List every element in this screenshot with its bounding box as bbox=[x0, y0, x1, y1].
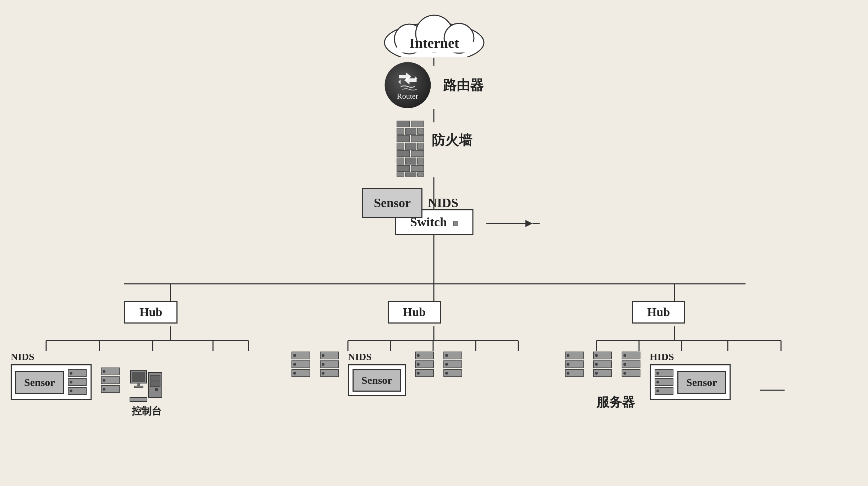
hub-box-center: Hub bbox=[388, 301, 441, 324]
router-cn-label: 路由器 bbox=[443, 76, 484, 94]
sensor-box-switch: Sensor bbox=[362, 188, 422, 218]
nids-center-box: Sensor bbox=[348, 364, 406, 396]
svg-rect-40 bbox=[397, 128, 404, 134]
workstation-icon bbox=[129, 365, 164, 404]
svg-point-86 bbox=[322, 354, 324, 357]
svg-point-102 bbox=[445, 372, 448, 375]
svg-point-84 bbox=[293, 372, 296, 375]
server-right3 bbox=[621, 351, 641, 378]
svg-rect-39 bbox=[411, 121, 424, 127]
svg-rect-43 bbox=[397, 136, 410, 142]
svg-rect-57 bbox=[417, 173, 424, 176]
svg-rect-41 bbox=[405, 128, 416, 134]
svg-point-67 bbox=[103, 379, 105, 382]
svg-point-63 bbox=[70, 390, 72, 392]
router-icon: Router bbox=[384, 62, 431, 108]
control-station: 控制台 bbox=[129, 365, 164, 418]
svg-rect-49 bbox=[411, 150, 424, 157]
server-center1 bbox=[291, 351, 311, 378]
svg-point-82 bbox=[293, 363, 296, 366]
svg-point-96 bbox=[417, 372, 420, 375]
hub-label-center: Hub bbox=[403, 305, 426, 319]
hub-box-left: Hub bbox=[124, 301, 178, 324]
svg-rect-71 bbox=[150, 375, 160, 380]
svg-rect-47 bbox=[417, 143, 424, 149]
hub-box-right: Hub bbox=[632, 301, 685, 324]
svg-point-112 bbox=[595, 363, 598, 366]
nids-center-label: NIDS bbox=[348, 351, 406, 363]
svg-point-80 bbox=[293, 354, 296, 357]
svg-point-92 bbox=[417, 354, 420, 357]
internet-label: Internet bbox=[409, 35, 459, 51]
nids-left-box: Sensor bbox=[11, 364, 92, 400]
svg-point-124 bbox=[656, 381, 659, 383]
hids-wrapper: HIDS Sensor bbox=[650, 351, 731, 400]
internet-cloud: Internet bbox=[374, 11, 495, 57]
sensor-center: Sensor bbox=[353, 369, 401, 392]
svg-point-88 bbox=[322, 363, 324, 366]
hub-group-right: Hub bbox=[632, 301, 685, 324]
svg-point-98 bbox=[445, 354, 448, 357]
svg-rect-53 bbox=[397, 165, 410, 172]
nids-center-wrapper: NIDS Sensor bbox=[348, 351, 406, 396]
router-text-label: Router bbox=[397, 92, 418, 101]
hub-group-left: Hub bbox=[124, 301, 178, 324]
server-right-label-group bbox=[621, 351, 641, 378]
sensor-hids: Sensor bbox=[677, 371, 726, 394]
svg-marker-4 bbox=[525, 220, 533, 227]
svg-rect-51 bbox=[405, 158, 416, 164]
svg-rect-78 bbox=[130, 397, 147, 402]
server-right1 bbox=[564, 351, 584, 378]
nids-switch-group: Sensor NIDS bbox=[362, 188, 458, 218]
server-right4 bbox=[654, 369, 674, 396]
svg-rect-38 bbox=[397, 121, 410, 127]
hids-label: HIDS bbox=[650, 351, 731, 363]
firewall-container: 防火墙 bbox=[396, 121, 472, 177]
server-label: 服务器 bbox=[596, 394, 635, 411]
nids-label-switch: NIDS bbox=[428, 195, 458, 210]
svg-point-120 bbox=[623, 372, 626, 375]
hids-box: Sensor bbox=[650, 364, 731, 400]
svg-rect-56 bbox=[405, 173, 416, 176]
svg-rect-48 bbox=[397, 150, 410, 157]
svg-point-59 bbox=[70, 372, 72, 375]
control-label: 控制台 bbox=[132, 404, 162, 418]
hub-label-right: Hub bbox=[647, 305, 670, 319]
svg-rect-42 bbox=[417, 128, 424, 134]
svg-point-69 bbox=[103, 388, 105, 391]
svg-rect-50 bbox=[397, 158, 404, 164]
svg-point-61 bbox=[70, 381, 72, 383]
hub-label-left: Hub bbox=[140, 305, 162, 319]
svg-point-90 bbox=[322, 372, 324, 375]
hub-group-center: Hub bbox=[388, 301, 441, 324]
server-icon-left bbox=[67, 369, 87, 396]
hub-center-children: NIDS Sensor bbox=[291, 351, 463, 396]
svg-rect-72 bbox=[150, 382, 160, 387]
svg-point-122 bbox=[656, 372, 659, 375]
svg-point-110 bbox=[595, 354, 598, 357]
svg-point-114 bbox=[595, 372, 598, 375]
server-icon-left2 bbox=[100, 367, 120, 394]
svg-point-126 bbox=[656, 390, 659, 392]
svg-point-104 bbox=[567, 354, 569, 357]
svg-point-108 bbox=[567, 372, 569, 375]
svg-point-65 bbox=[103, 370, 105, 373]
svg-rect-75 bbox=[132, 372, 145, 382]
hub-left-children: NIDS Sensor bbox=[11, 351, 164, 418]
svg-point-73 bbox=[155, 388, 158, 391]
svg-rect-55 bbox=[397, 173, 404, 176]
svg-rect-45 bbox=[397, 143, 404, 149]
nids-left-label: NIDS bbox=[11, 351, 92, 363]
nids-left-wrapper: NIDS Sensor bbox=[11, 351, 92, 400]
switch-dot bbox=[453, 221, 458, 226]
firewall-cn-label: 防火墙 bbox=[432, 131, 472, 149]
svg-rect-54 bbox=[411, 165, 424, 172]
svg-point-116 bbox=[623, 354, 626, 357]
svg-point-100 bbox=[445, 363, 448, 366]
sensor-left: Sensor bbox=[15, 371, 64, 394]
router-container: Router 路由器 bbox=[384, 62, 484, 108]
svg-point-106 bbox=[567, 363, 569, 366]
hub-right-children: HIDS Sensor bbox=[564, 351, 731, 400]
firewall-icon bbox=[396, 121, 425, 177]
server-center4 bbox=[443, 351, 463, 378]
